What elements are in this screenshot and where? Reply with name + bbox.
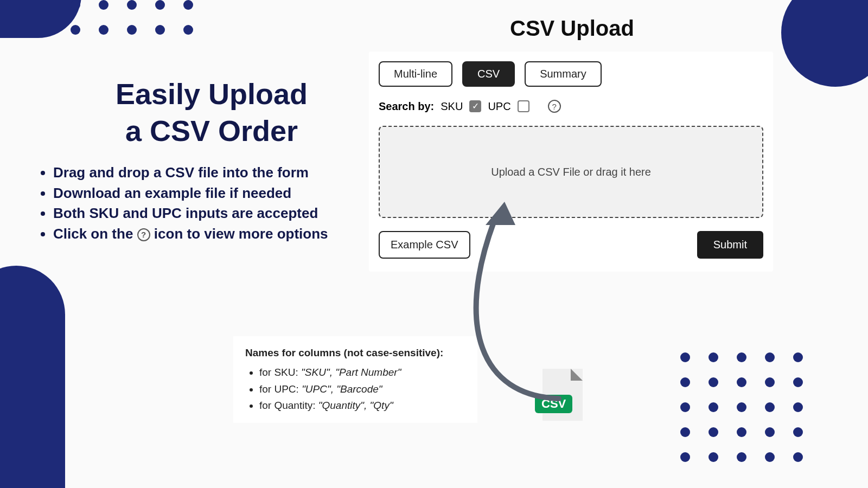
corner-blob-top-right xyxy=(781,0,868,87)
column-names-hint: Names for columns (not case-sensitive): … xyxy=(233,336,477,423)
csv-dropzone[interactable]: Upload a CSV File or drag it here xyxy=(379,126,763,218)
dropzone-text: Upload a CSV File or drag it here xyxy=(491,166,651,178)
panel-title: CSV Upload xyxy=(510,16,634,41)
submit-button[interactable]: Submit xyxy=(697,231,763,259)
csv-file-badge: CSV xyxy=(535,395,572,413)
bullet-2: Download an example file if needed xyxy=(53,183,374,204)
csv-upload-panel: Multi-line CSV Summary Search by: SKU UP… xyxy=(369,52,773,272)
example-csv-button[interactable]: Example CSV xyxy=(379,231,470,259)
headline-line1: Easily Upload xyxy=(116,78,308,110)
page-headline: Easily Upload a CSV Order xyxy=(81,76,342,149)
tab-csv[interactable]: CSV xyxy=(462,61,515,87)
decorative-dots-bottom-right xyxy=(680,352,803,462)
tabs: Multi-line CSV Summary xyxy=(379,61,763,87)
help-icon[interactable]: ? xyxy=(548,100,561,113)
headline-line2: a CSV Order xyxy=(125,114,298,147)
corner-blob-bottom-left xyxy=(0,266,65,488)
corner-blob-top-left xyxy=(0,0,81,38)
decorative-dots-top xyxy=(71,0,193,35)
bullet-1: Drag and drop a CSV file into the form xyxy=(53,163,374,183)
csv-file-icon: CSV xyxy=(542,369,586,421)
search-by-label: Search by: xyxy=(379,100,434,113)
tab-multiline[interactable]: Multi-line xyxy=(379,61,452,87)
feature-bullets: Drag and drop a CSV file into the form D… xyxy=(38,163,374,245)
bullet-4: Click on the ? icon to view more options xyxy=(53,224,374,245)
search-opt-sku-label: SKU xyxy=(441,100,463,113)
search-opt-upc-label: UPC xyxy=(488,100,510,113)
tab-summary[interactable]: Summary xyxy=(525,61,602,87)
question-icon-inline: ? xyxy=(137,228,150,241)
checkbox-upc[interactable] xyxy=(518,100,529,112)
bullet-3: Both SKU and UPC inputs are accepted xyxy=(53,203,374,224)
checkbox-sku[interactable] xyxy=(469,100,481,112)
search-by-row: Search by: SKU UPC ? xyxy=(379,100,763,113)
